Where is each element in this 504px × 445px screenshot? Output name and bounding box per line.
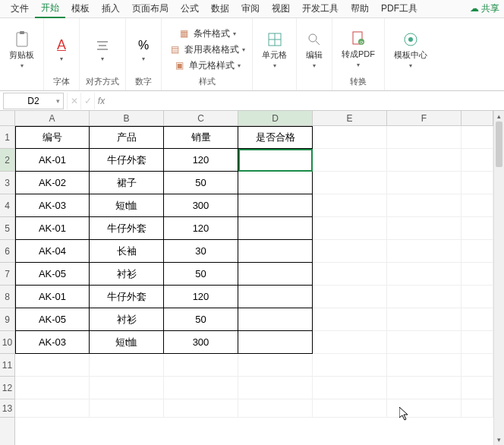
cell-4[interactable] [461, 194, 493, 217]
cell-C6[interactable]: 30 [164, 240, 238, 263]
cell-E4[interactable] [313, 194, 387, 217]
cell-B13[interactable] [90, 399, 164, 418]
row-header-5[interactable]: 5 [0, 217, 14, 240]
style-item-1[interactable]: ▤套用表格格式 ▾ [169, 43, 245, 56]
col-header-B[interactable]: B [90, 111, 164, 125]
col-header-A[interactable]: A [15, 111, 90, 125]
row-header-10[interactable]: 10 [0, 331, 14, 354]
cell-C12[interactable] [164, 377, 238, 399]
cell-8[interactable] [461, 286, 493, 308]
cell-D12[interactable] [238, 377, 313, 399]
cell-A9[interactable]: AK-05 [15, 308, 90, 331]
cell-B11[interactable] [90, 354, 164, 377]
cell-F5[interactable] [387, 217, 461, 240]
number-button[interactable]: % ▾ [132, 36, 155, 64]
cell-B5[interactable]: 牛仔外套 [90, 217, 164, 240]
cell-B4[interactable]: 短t恤 [90, 194, 164, 217]
cell-9[interactable] [461, 308, 493, 331]
cancel-button[interactable]: ✕ [67, 93, 80, 109]
cell-D4[interactable] [238, 194, 313, 217]
col-header-[interactable] [461, 111, 493, 125]
menu-tab-1[interactable]: 开始 [35, 0, 65, 18]
cells-button[interactable]: 单元格 ▾ [259, 30, 290, 71]
cell-1[interactable] [461, 126, 493, 149]
fx-button[interactable]: fx [94, 93, 108, 109]
menu-tab-10[interactable]: 帮助 [345, 0, 375, 17]
row-header-13[interactable]: 13 [0, 399, 14, 418]
align-button[interactable]: ▾ [91, 36, 114, 64]
cell-11[interactable] [461, 354, 493, 377]
cell-3[interactable] [461, 172, 493, 194]
cell-C5[interactable]: 120 [164, 217, 238, 240]
col-header-D[interactable]: D [238, 111, 313, 125]
cell-D11[interactable] [238, 354, 313, 377]
cell-C2[interactable]: 120 [164, 149, 238, 172]
clipboard-button[interactable]: 剪贴板 ▾ [6, 30, 37, 71]
menu-tab-11[interactable]: PDF工具 [375, 0, 424, 17]
cell-F8[interactable] [387, 286, 461, 308]
scroll-thumb[interactable] [496, 122, 502, 167]
row-header-9[interactable]: 9 [0, 308, 14, 331]
select-all-corner[interactable] [0, 111, 15, 126]
cell-B6[interactable]: 长袖 [90, 240, 164, 263]
cell-B12[interactable] [90, 377, 164, 399]
row-header-6[interactable]: 6 [0, 240, 14, 263]
cell-E3[interactable] [313, 172, 387, 194]
menu-tab-7[interactable]: 审阅 [235, 0, 266, 17]
col-header-C[interactable]: C [164, 111, 238, 125]
cell-grid[interactable]: 编号产品销量是否合格AK-01牛仔外套120AK-02裙子50AK-03短t恤3… [15, 126, 493, 445]
cell-D7[interactable] [238, 263, 313, 286]
cell-E8[interactable] [313, 286, 387, 308]
row-header-2[interactable]: 2 [0, 149, 14, 172]
col-header-F[interactable]: F [387, 111, 461, 125]
cell-7[interactable] [461, 263, 493, 286]
cell-C13[interactable] [164, 399, 238, 418]
cell-B3[interactable]: 裙子 [90, 172, 164, 194]
cell-F10[interactable] [387, 331, 461, 354]
cell-B10[interactable]: 短t恤 [90, 331, 164, 354]
cell-F11[interactable] [387, 354, 461, 377]
cell-C11[interactable] [164, 354, 238, 377]
cell-C1[interactable]: 销量 [164, 126, 238, 149]
name-box[interactable]: D2 [3, 93, 64, 109]
scroll-track[interactable] [494, 122, 504, 434]
menu-tab-0[interactable]: 文件 [5, 0, 35, 17]
menu-tab-4[interactable]: 页面布局 [126, 0, 175, 17]
cell-A12[interactable] [15, 377, 90, 399]
formula-input[interactable] [108, 93, 504, 109]
cell-E1[interactable] [313, 126, 387, 149]
cell-D10[interactable] [238, 331, 313, 354]
cell-F7[interactable] [387, 263, 461, 286]
cell-A1[interactable]: 编号 [15, 126, 90, 149]
cell-A8[interactable]: AK-01 [15, 286, 90, 308]
cell-F6[interactable] [387, 240, 461, 263]
row-header-12[interactable]: 12 [0, 377, 14, 399]
menu-tab-2[interactable]: 模板 [65, 0, 96, 17]
row-header-3[interactable]: 3 [0, 172, 14, 194]
menu-tab-6[interactable]: 数据 [205, 0, 235, 17]
cell-A11[interactable] [15, 354, 90, 377]
menu-tab-3[interactable]: 插入 [96, 0, 126, 17]
row-header-7[interactable]: 7 [0, 263, 14, 286]
cell-E11[interactable] [313, 354, 387, 377]
cell-C4[interactable]: 300 [164, 194, 238, 217]
scroll-up-icon[interactable]: ▴ [494, 111, 504, 122]
cell-D9[interactable] [238, 308, 313, 331]
cell-F2[interactable] [387, 149, 461, 172]
cell-E10[interactable] [313, 331, 387, 354]
cell-F13[interactable] [387, 399, 461, 418]
cell-10[interactable] [461, 331, 493, 354]
cell-E7[interactable] [313, 263, 387, 286]
cell-A6[interactable]: AK-04 [15, 240, 90, 263]
cell-C10[interactable]: 300 [164, 331, 238, 354]
cell-F3[interactable] [387, 172, 461, 194]
cell-F12[interactable] [387, 377, 461, 399]
vertical-scrollbar[interactable]: ▴ ▾ [493, 111, 504, 445]
cell-A7[interactable]: AK-05 [15, 263, 90, 286]
cell-B9[interactable]: 衬衫 [90, 308, 164, 331]
font-button[interactable]: A ▾ [50, 36, 73, 64]
cell-A2[interactable]: AK-01 [15, 149, 90, 172]
cell-6[interactable] [461, 240, 493, 263]
cell-E2[interactable] [313, 149, 387, 172]
cell-E13[interactable] [313, 399, 387, 418]
